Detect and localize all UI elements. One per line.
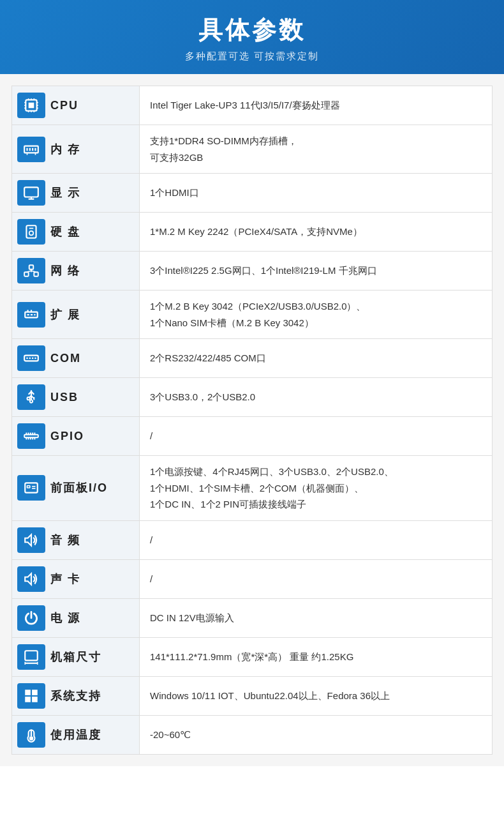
svg-rect-74	[32, 690, 38, 695]
svg-rect-21	[24, 187, 38, 197]
value-cell-cpu: Intel Tiger Lake-UP3 11代I3/I5/I7/赛扬处理器	[140, 86, 493, 125]
label-cell-gpio: GPIO	[12, 417, 140, 456]
label-cell-com: COM	[12, 339, 140, 378]
table-row: GPIO/	[12, 417, 493, 456]
specs-table: CPUIntel Tiger Lake-UP3 11代I3/I5/I7/赛扬处理…	[11, 86, 493, 755]
label-text-cpu: CPU	[50, 99, 78, 112]
label-cell-power: 电 源	[12, 598, 140, 637]
label-text-power: 电 源	[50, 610, 80, 626]
value-cell-usb: 3个USB3.0，2个USB2.0	[140, 378, 493, 417]
table-row: 显 示1个HDMI口	[12, 174, 493, 213]
table-row: 硬 盘1*M.2 M Key 2242（PCIeX4/SATA，支持NVMe）	[12, 213, 493, 252]
label-cell-memory: 内 存	[12, 125, 140, 174]
svg-rect-64	[27, 486, 30, 488]
value-cell-com: 2个RS232/422/485 COM口	[140, 339, 493, 378]
table-row: CPUIntel Tiger Lake-UP3 11代I3/I5/I7/赛扬处理…	[12, 86, 493, 125]
value-cell-display: 1个HDMI口	[140, 174, 493, 213]
label-text-storage: 硬 盘	[50, 224, 80, 239]
label-cell-expansion: 扩 展	[12, 291, 140, 339]
page-header: 具体参数 多种配置可选 可按需求定制	[0, 0, 504, 74]
svg-rect-75	[25, 697, 31, 702]
svg-point-41	[29, 358, 31, 359]
soundcard-icon	[17, 566, 45, 592]
label-text-os: 系统支持	[50, 688, 101, 704]
table-row: 网 络3个Intel®I225 2.5G网口、1个Intel®I219-LM 千…	[12, 252, 493, 291]
label-text-temp: 使用温度	[50, 727, 101, 743]
svg-point-50	[27, 397, 30, 400]
value-cell-temp: -20~60℃	[140, 715, 493, 754]
storage-icon	[17, 219, 45, 245]
label-cell-usb: USB	[12, 378, 140, 417]
svg-rect-73	[25, 690, 31, 695]
label-cell-storage: 硬 盘	[12, 213, 140, 252]
com-icon	[17, 345, 45, 371]
svg-line-31	[26, 271, 31, 272]
table-row: 系统支持Windows 10/11 IOT、Ubuntu22.04以上、Fedo…	[12, 676, 493, 715]
os-icon	[17, 683, 45, 709]
table-row: COM2个RS232/422/485 COM口	[12, 339, 493, 378]
label-cell-frontio: 前面板I/O	[12, 456, 140, 521]
temp-icon	[17, 722, 45, 748]
value-cell-power: DC IN 12V电源输入	[140, 598, 493, 637]
power-icon	[17, 605, 45, 631]
dimensions-icon	[17, 644, 45, 670]
table-row: 前面板I/O1个电源按键、4个RJ45网口、3个USB3.0、2个USB2.0、…	[12, 456, 493, 521]
label-cell-cpu: CPU	[12, 86, 140, 125]
network-icon	[17, 258, 45, 283]
value-cell-network: 3个Intel®I225 2.5G网口、1个Intel®I219-LM 千兆网口	[140, 252, 493, 291]
label-text-expansion: 扩 展	[50, 307, 80, 322]
table-row: 内 存支持1*DDR4 SO-DIMM内存插槽，可支持32GB	[12, 125, 493, 174]
value-cell-dimensions: 141*111.2*71.9mm（宽*深*高） 重量 约1.25KG	[140, 637, 493, 676]
value-cell-gpio: /	[140, 417, 493, 456]
label-text-network: 网 络	[50, 263, 80, 278]
svg-rect-18	[34, 147, 36, 150]
value-cell-audio: /	[140, 520, 493, 559]
svg-rect-28	[29, 265, 34, 269]
label-cell-audio: 音 频	[12, 520, 140, 559]
svg-rect-76	[32, 697, 38, 702]
svg-marker-68	[25, 573, 31, 584]
label-text-soundcard: 声 卡	[50, 571, 80, 587]
table-row: 音 频/	[12, 520, 493, 559]
gpio-icon	[17, 423, 45, 449]
svg-point-25	[29, 231, 34, 236]
audio-icon	[17, 527, 45, 553]
page-subtitle: 多种配置可选 可按需求定制	[13, 50, 491, 63]
usb-icon	[17, 384, 45, 410]
label-cell-temp: 使用温度	[12, 715, 140, 754]
table-row: 使用温度-20~60℃	[12, 715, 493, 754]
svg-line-32	[31, 271, 36, 272]
memory-icon	[17, 137, 45, 162]
label-cell-display: 显 示	[12, 174, 140, 213]
label-cell-dimensions: 机箱尺寸	[12, 637, 140, 676]
label-text-frontio: 前面板I/O	[50, 480, 108, 495]
value-cell-storage: 1*M.2 M Key 2242（PCIeX4/SATA，支持NVMe）	[140, 213, 493, 252]
display-icon	[17, 180, 45, 206]
svg-rect-1	[29, 103, 34, 109]
svg-rect-16	[29, 147, 31, 150]
value-cell-expansion: 1个M.2 B Key 3042（PCIeX2/USB3.0/USB2.0）、1…	[140, 291, 493, 339]
label-cell-network: 网 络	[12, 252, 140, 291]
expansion-icon	[17, 302, 45, 328]
svg-rect-24	[26, 225, 36, 238]
table-row: USB3个USB3.0，2个USB2.0	[12, 378, 493, 417]
svg-rect-69	[25, 651, 38, 660]
label-cell-os: 系统支持	[12, 676, 140, 715]
label-text-memory: 内 存	[50, 142, 80, 157]
svg-rect-27	[24, 272, 29, 276]
svg-point-43	[34, 358, 36, 359]
table-row: 电 源DC IN 12V电源输入	[12, 598, 493, 637]
frontio-icon	[17, 475, 45, 501]
label-cell-soundcard: 声 卡	[12, 559, 140, 598]
label-text-dimensions: 机箱尺寸	[50, 649, 101, 665]
table-row: 声 卡/	[12, 559, 493, 598]
table-row: 机箱尺寸141*111.2*71.9mm（宽*深*高） 重量 约1.25KG	[12, 637, 493, 676]
value-cell-memory: 支持1*DDR4 SO-DIMM内存插槽，可支持32GB	[140, 125, 493, 174]
svg-rect-36	[34, 313, 35, 315]
svg-point-51	[30, 400, 33, 402]
svg-marker-67	[25, 534, 31, 545]
svg-point-77	[29, 736, 34, 741]
table-row: 扩 展1个M.2 B Key 3042（PCIeX2/USB3.0/USB2.0…	[12, 291, 493, 339]
value-cell-soundcard: /	[140, 559, 493, 598]
svg-rect-52	[24, 435, 38, 437]
